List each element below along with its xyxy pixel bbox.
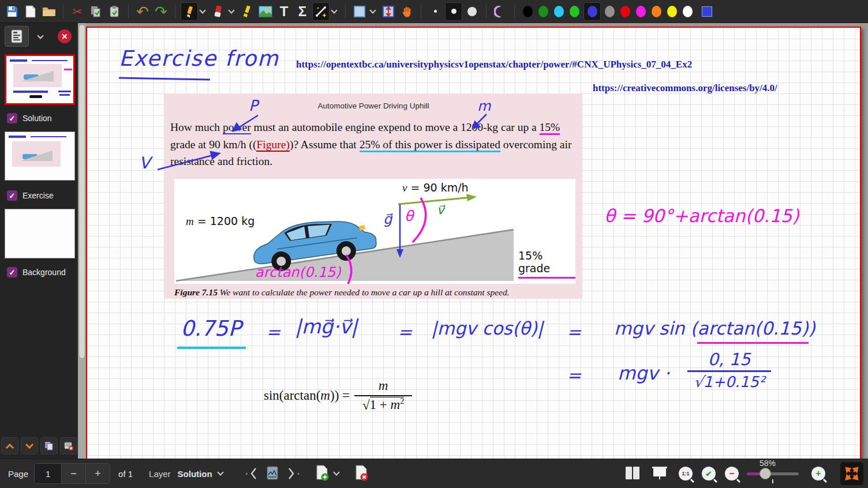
license-url: https://creativecommons.org/licenses/by/… xyxy=(593,82,777,94)
layer-checkbox-background[interactable]: ✓ xyxy=(7,267,17,277)
delete-layer-icon[interactable] xyxy=(60,437,77,455)
presentation-mode-icon[interactable] xyxy=(651,466,668,482)
line-thickness-thick-icon[interactable] xyxy=(463,2,481,21)
color-swatch-5[interactable] xyxy=(605,6,615,17)
line-thickness-medium-icon[interactable] xyxy=(445,2,462,21)
color-swatch-4[interactable] xyxy=(588,6,597,17)
color-swatch-10[interactable] xyxy=(683,6,693,17)
vertical-space-tool-icon[interactable] xyxy=(380,2,397,21)
math-tex-tool-icon[interactable]: Σ xyxy=(294,2,311,21)
layer-checkbox-solution[interactable]: ✓ xyxy=(7,113,17,123)
paste-icon[interactable] xyxy=(106,2,123,21)
sidebar-close-icon[interactable]: ✕ xyxy=(58,29,72,43)
fraction-numerator: 0, 15 xyxy=(687,350,771,369)
toolbar-separator xyxy=(421,5,421,18)
hand-tool-icon[interactable] xyxy=(398,2,416,21)
page-number-input[interactable]: 1 xyxy=(35,464,61,483)
mass-label: m = 1200 kg xyxy=(186,215,255,228)
color-swatch-7[interactable] xyxy=(636,6,646,17)
next-annotated-page-button[interactable]: • xyxy=(288,467,300,480)
text-tool-icon[interactable]: T xyxy=(275,2,293,21)
document-page[interactable]: Exercise from https://opentextbc.ca/univ… xyxy=(86,27,861,459)
pen-options-chevron-icon[interactable] xyxy=(199,7,205,13)
select-options-chevron-icon[interactable] xyxy=(369,7,376,13)
zoom-original-icon[interactable]: 1:1 xyxy=(679,467,693,481)
fullscreen-icon[interactable] xyxy=(840,462,863,485)
color-swatch-8[interactable] xyxy=(652,6,661,17)
source-url: https://opentextbc.ca/universityphysicsv… xyxy=(296,59,692,70)
arctan-annotation: arctan(0.15) xyxy=(255,264,341,280)
add-page-icon[interactable] xyxy=(315,464,330,483)
layer-combobox[interactable]: Solution xyxy=(178,469,226,479)
toolbar-separator xyxy=(486,5,487,18)
zoom-slider-group: 58% xyxy=(747,472,799,475)
sidebar-mode-chevron-icon[interactable] xyxy=(37,32,43,39)
zoom-fit-icon[interactable]: ✔ xyxy=(702,467,716,481)
color-swatch-1[interactable] xyxy=(538,6,548,17)
zoom-slider-knob[interactable] xyxy=(760,468,771,479)
color-swatch-3[interactable] xyxy=(570,6,579,17)
page-thumbnail-3[interactable] xyxy=(5,209,75,258)
cut-icon[interactable]: ✂ xyxy=(69,2,86,21)
page-thumbnail-1[interactable] xyxy=(5,54,75,105)
thumbnail-content xyxy=(64,69,72,70)
speed-value: 90 km/h xyxy=(209,138,246,151)
color-swatch-9[interactable] xyxy=(667,6,677,17)
zoom-slider[interactable] xyxy=(747,472,799,475)
color-swatch-0[interactable] xyxy=(523,6,533,17)
highlighter-tool-icon[interactable] xyxy=(238,2,256,21)
thumbnail-content xyxy=(10,59,27,62)
color-swatch-6[interactable] xyxy=(620,6,630,17)
new-document-icon[interactable] xyxy=(22,2,39,21)
page-decrement-button[interactable]: − xyxy=(61,464,85,483)
duplicate-layer-icon[interactable] xyxy=(40,437,58,455)
move-layer-down-icon[interactable] xyxy=(21,437,38,455)
vertical-scrollbar[interactable] xyxy=(78,23,86,459)
layer-label: Layer xyxy=(149,469,171,479)
scrollbar-thumb[interactable] xyxy=(78,24,85,359)
thumbnail-content xyxy=(32,60,68,61)
pen-tool-icon[interactable] xyxy=(181,2,198,21)
color-picker-icon[interactable] xyxy=(697,2,714,21)
line-thickness-fine-icon[interactable] xyxy=(426,2,444,21)
eraser-options-chevron-icon[interactable] xyxy=(228,7,234,13)
color-palette xyxy=(520,2,695,21)
main-toolbar: ✂ ↶ ↷ T Σ xyxy=(0,0,868,23)
dual-page-view-icon[interactable] xyxy=(624,466,641,482)
layer-row-background: ✓ Background xyxy=(7,267,66,277)
eraser-tool-icon[interactable] xyxy=(209,2,227,21)
grade-label: 15% grade xyxy=(518,249,575,279)
delete-page-icon[interactable] xyxy=(354,464,369,483)
solution-term-1: |mg⃗·v⃗| xyxy=(295,315,358,338)
shape-options-chevron-icon[interactable] xyxy=(331,7,337,13)
zoom-in-icon[interactable]: + xyxy=(811,467,825,481)
fill-tool-icon[interactable] xyxy=(492,2,509,21)
prev-annotated-page-button[interactable]: • xyxy=(246,467,257,480)
move-layer-up-icon[interactable] xyxy=(1,437,18,455)
zoom-out-icon[interactable]: − xyxy=(725,467,739,481)
goto-annotated-page-icon[interactable] xyxy=(266,466,279,482)
color-swatch-2[interactable] xyxy=(554,6,564,17)
solution-term-2: |mgv cos(θ)| xyxy=(431,318,543,339)
toolbar-separator xyxy=(128,5,129,18)
heading-underline xyxy=(119,77,210,81)
velocity-label: v = 90 km/h xyxy=(402,181,469,194)
mass-value: 1200-kg xyxy=(461,121,498,133)
page-thumbnail-2[interactable] xyxy=(5,132,75,181)
figure-link[interactable]: Figure) xyxy=(256,138,289,152)
redo-icon[interactable]: ↷ xyxy=(152,2,170,21)
layer-checkbox-exercise[interactable]: ✓ xyxy=(7,190,17,201)
shape-recognizer-tool-icon[interactable] xyxy=(312,2,330,21)
open-folder-icon[interactable] xyxy=(40,2,58,21)
add-page-chevron-icon[interactable] xyxy=(333,469,339,475)
page-increment-button[interactable]: + xyxy=(85,464,110,483)
insert-image-icon[interactable] xyxy=(257,2,274,21)
sidebar-preview-layers-button[interactable] xyxy=(5,26,29,47)
problem-text-part: How much xyxy=(170,121,223,133)
undo-icon[interactable]: ↶ xyxy=(134,2,151,21)
save-icon[interactable] xyxy=(3,2,21,21)
copy-icon[interactable] xyxy=(87,2,104,21)
rect-select-tool-icon[interactable] xyxy=(351,2,368,21)
selected-color-box[interactable] xyxy=(583,2,601,21)
layer-label-background: Background xyxy=(23,268,66,277)
